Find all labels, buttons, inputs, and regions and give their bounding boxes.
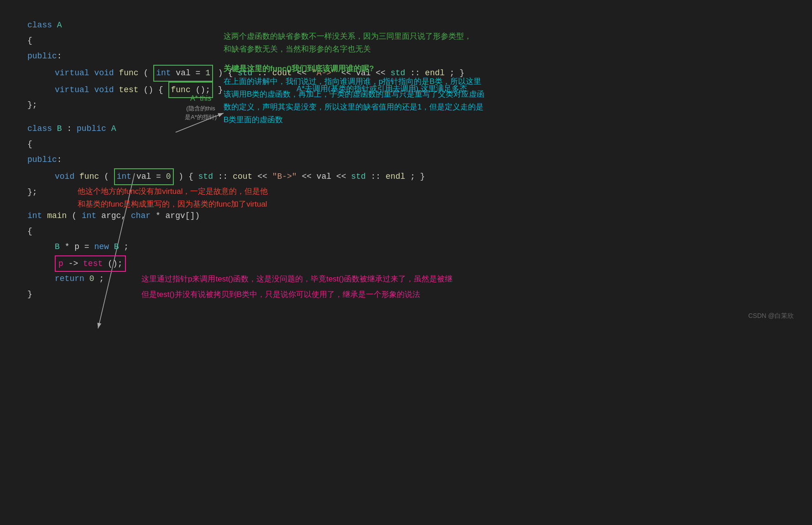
kw-return: return	[55, 274, 84, 283]
kw-void2: void	[94, 85, 114, 94]
box-int-val1: int val = 1	[153, 65, 213, 82]
box-p-test: p -> test ();	[55, 255, 126, 272]
ann-return-explain: 这里通过指针p来调用test()函数，这是没问题的，毕竟test()函数被继承过…	[141, 273, 453, 286]
class-a-ref: A	[111, 124, 116, 133]
code-line-brace1: { 这两个虚函数的缺省参数不一样没关系，因为三同里面只说了形参类型， 和缺省参数…	[27, 34, 785, 49]
std4: std	[351, 172, 366, 181]
num-1: 1	[205, 68, 210, 78]
code-line-close-main: } 但是test()并没有说被拷贝到B类中，只是说你可以使用了，继承是一个形象的…	[27, 287, 785, 303]
footer: CSDN @白茉欣	[748, 311, 794, 322]
func-name-func2: func	[79, 172, 99, 181]
func-name-test1: test	[119, 85, 138, 94]
close-brace-main: }	[27, 287, 32, 301]
kw-void3: void	[55, 172, 74, 181]
kw-int3: int	[27, 211, 42, 220]
code-line-end-class-b: }; 他这个地方的func没有加virtual，一定是故意的，但是他 和基类的f…	[27, 185, 785, 201]
class-b-name: B	[57, 124, 62, 133]
open-brace3: {	[27, 224, 32, 239]
code-line-brace3: {	[27, 224, 785, 240]
code-line-p-test: p -> test ();	[27, 255, 785, 272]
type-b2: B	[114, 242, 119, 251]
num-ret0: 0	[89, 274, 94, 283]
code-line-main: int main ( int argc, char * argv[])	[27, 209, 785, 224]
code-line-public2: public:	[27, 153, 785, 168]
cout2: cout	[233, 172, 252, 181]
box-int-val2: int val = 0	[114, 168, 174, 185]
open-brace: {	[27, 34, 32, 48]
type-b: B	[55, 242, 60, 251]
code-line-return: return 0 ; 这里通过指针p来调用test()函数，这是没问题的，毕竟t…	[27, 272, 785, 287]
class-a-name: A	[57, 21, 62, 30]
kw-void1: void	[94, 68, 114, 78]
kw-public1: public	[27, 52, 57, 61]
func-name-main: main	[47, 211, 67, 220]
kw-char: char	[131, 211, 151, 220]
func-test-call: test	[83, 259, 103, 268]
num-0: 0	[166, 172, 171, 181]
code-area: class A { 这两个虚函数的缺省参数不一样没关系，因为三同里面只说了形参类…	[0, 0, 812, 330]
kw-virtual2: virtual	[55, 85, 89, 94]
func-call-name: func	[171, 85, 191, 94]
close-brace-semi1: };	[27, 98, 37, 112]
code-line-brace2: {	[27, 137, 785, 153]
str-b-arrow: "B->"	[272, 172, 297, 181]
spacer2	[27, 201, 785, 209]
kw-class2: class	[27, 124, 52, 133]
kw-int1: int	[156, 68, 171, 78]
kw-public2: public	[77, 124, 106, 133]
code-line-func-b: void func ( int val = 0 ) { std :: cout …	[27, 168, 785, 185]
code-line-end-class-a: }; A* this (隐含的this是A*的指针) 关键是这里的func()我…	[27, 98, 785, 114]
spacer1	[27, 114, 785, 122]
kw-public3: public	[27, 155, 57, 164]
code-line-class-b: class B : public A	[27, 122, 785, 137]
endl2: endl	[385, 172, 405, 181]
kw-new: new	[94, 242, 109, 251]
kw-virtual1: virtual	[55, 68, 89, 78]
close-brace-semi2: };	[27, 185, 37, 199]
kw-class: class	[27, 21, 52, 30]
ann-return-explain2: 但是test()并没有说被拷贝到B类中，只是说你可以使用了，继承是一个形象的说法	[141, 288, 420, 301]
func-name-func1: func	[119, 68, 138, 78]
code-line-new-b: B * p = new B ;	[27, 240, 785, 255]
std3: std	[198, 172, 213, 181]
open-brace2: {	[27, 137, 32, 151]
kw-int2: int	[117, 172, 131, 181]
kw-int4: int	[82, 211, 96, 220]
